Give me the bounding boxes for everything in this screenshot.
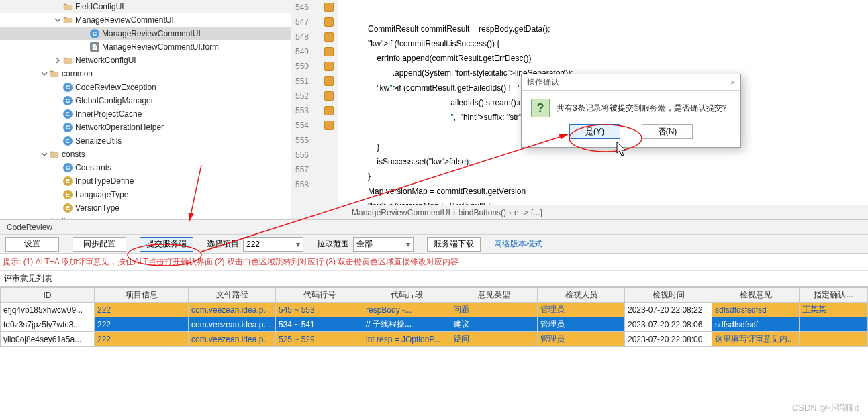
table-cell[interactable]: sdfsdfsdfsdf: [712, 317, 800, 332]
table-cell[interactable]: 管理员: [538, 317, 625, 332]
gutter-marker-icon[interactable]: [324, 76, 334, 86]
crumb-method[interactable]: bindButtons(): [459, 208, 506, 217]
gutter-line[interactable]: 547: [291, 15, 338, 30]
table-cell[interactable]: 222: [95, 317, 189, 332]
server-download-button[interactable]: 服务端下载: [427, 237, 481, 252]
table-cell[interactable]: 建议: [450, 317, 538, 332]
commit-server-button[interactable]: 提交服务端: [140, 237, 193, 252]
gutter-line[interactable]: 551: [291, 74, 338, 89]
settings-button[interactable]: 设置: [5, 237, 59, 252]
table-cell[interactable]: efjq4vb185xhwcw09...: [1, 303, 95, 317]
crumb-class[interactable]: ManageReviewCommentUI: [352, 208, 450, 217]
review-table[interactable]: ID项目信息文件路径代码行号代码片段意见类型检视人员检视时间检视意见指定确认..…: [0, 286, 868, 418]
table-header[interactable]: 项目信息: [95, 288, 189, 303]
chevron-down-icon[interactable]: [54, 16, 62, 24]
table-cell[interactable]: 2023-07-20 22:08:00: [625, 332, 712, 347]
tree-item[interactable]: EVersionType: [0, 201, 291, 215]
gutter-marker-icon[interactable]: [324, 47, 334, 56]
table-cell[interactable]: 2023-07-20 22:08:22: [625, 303, 712, 317]
gutter-line[interactable]: 550: [291, 59, 338, 74]
table-header[interactable]: 检视人员: [538, 288, 625, 303]
tree-item[interactable]: CGlobalConfigManager: [0, 94, 291, 107]
table-cell[interactable]: 525 ~ 529: [276, 332, 363, 347]
table-cell[interactable]: 疑问: [450, 332, 538, 347]
table-header[interactable]: 指定确认...: [800, 288, 868, 303]
table-cell[interactable]: 545 ~ 553: [276, 303, 363, 317]
gutter-marker-icon[interactable]: [324, 3, 334, 12]
table-cell[interactable]: sdfsdfdsfsdfsd: [712, 303, 800, 317]
chevron-down-icon[interactable]: [40, 217, 48, 219]
table-header[interactable]: ID: [1, 288, 95, 303]
gutter-line[interactable]: 556: [291, 148, 338, 162]
table-cell[interactable]: 222: [95, 303, 189, 317]
gutter-marker-icon[interactable]: [324, 17, 334, 27]
gutter-marker-icon[interactable]: [324, 32, 334, 42]
scope-dropdown[interactable]: 全部▾: [353, 237, 414, 252]
tree-item[interactable]: ELanguageType: [0, 188, 291, 201]
table-cell[interactable]: int resp = JOptionP...: [363, 332, 450, 347]
tree-item[interactable]: FieldConfigUI: [0, 0, 291, 13]
gutter-line[interactable]: 557: [291, 162, 338, 177]
table-cell[interactable]: respBody -...: [363, 303, 450, 317]
table-cell[interactable]: com.veezean.idea.p...: [189, 303, 276, 317]
tree-item[interactable]: common: [0, 67, 291, 81]
tree-item[interactable]: CCodeReviewException: [0, 81, 291, 94]
table-header[interactable]: 意见类型: [450, 288, 538, 303]
gutter-line[interactable]: 554: [291, 118, 338, 133]
tree-item[interactable]: listener: [0, 215, 291, 219]
sync-config-button[interactable]: 同步配置: [73, 237, 126, 252]
project-tree[interactable]: FieldConfigUIManageReviewCommentUICManag…: [0, 0, 291, 219]
gutter-line[interactable]: 549: [291, 44, 338, 59]
table-cell[interactable]: 这里填写评审意见内...: [712, 332, 800, 347]
table-cell[interactable]: 2023-07-20 22:08:06: [625, 317, 712, 332]
gutter-line[interactable]: 553: [291, 103, 338, 118]
table-cell[interactable]: 问题: [450, 303, 538, 317]
gutter-line[interactable]: 555: [291, 133, 338, 148]
gutter-marker-icon[interactable]: [324, 62, 334, 71]
table-cell[interactable]: yllo0oj8e4sey61a5a...: [1, 332, 95, 347]
table-cell[interactable]: // 子线程操...: [363, 317, 450, 332]
yes-button[interactable]: 是(Y): [569, 124, 620, 139]
table-cell[interactable]: 管理员: [538, 332, 625, 347]
tree-item[interactable]: CManageReviewCommentUI: [0, 27, 291, 40]
gutter-marker-icon[interactable]: [324, 91, 334, 101]
tree-item[interactable]: ManageReviewCommentUI: [0, 13, 291, 27]
table-cell[interactable]: 管理员: [538, 303, 625, 317]
tree-item[interactable]: 📄ManageReviewCommentUI.form: [0, 40, 291, 54]
gutter-line[interactable]: 548: [291, 30, 338, 44]
table-cell[interactable]: com.veezean.idea.p...: [189, 317, 276, 332]
table-cell[interactable]: [800, 332, 868, 347]
tree-item[interactable]: NetworkConfigUI: [0, 54, 291, 67]
network-mode-link[interactable]: 网络版本模式: [494, 238, 542, 250]
gutter-marker-icon[interactable]: [324, 106, 334, 115]
table-cell[interactable]: 222: [95, 332, 189, 347]
crumb-lambda[interactable]: e -> {...}: [514, 208, 542, 217]
table-cell[interactable]: td0z3s7jpz5ly7wtc3...: [1, 317, 95, 332]
select-project-dropdown[interactable]: 222▾: [243, 237, 303, 252]
table-header[interactable]: 检视意见: [712, 288, 800, 303]
table-header[interactable]: 代码片段: [363, 288, 450, 303]
chevron-down-icon[interactable]: [40, 150, 48, 158]
table-cell[interactable]: [800, 317, 868, 332]
table-row[interactable]: yllo0oj8e4sey61a5a...222com.veezean.idea…: [1, 332, 868, 347]
tree-item[interactable]: CInnerProjectCache: [0, 107, 291, 121]
table-header[interactable]: 文件路径: [189, 288, 276, 303]
tree-item[interactable]: CConstants: [0, 161, 291, 174]
table-cell[interactable]: 王某某: [800, 303, 868, 317]
table-cell[interactable]: 534 ~ 541: [276, 317, 363, 332]
tree-item[interactable]: consts: [0, 148, 291, 161]
no-button[interactable]: 否(N): [642, 124, 693, 139]
tree-item[interactable]: CNetworkOperationHelper: [0, 121, 291, 134]
gutter-line[interactable]: 546: [291, 0, 338, 15]
close-icon[interactable]: ×: [730, 78, 735, 87]
table-row[interactable]: efjq4vb185xhwcw09...222com.veezean.idea.…: [1, 303, 868, 317]
gutter-line[interactable]: 558: [291, 177, 338, 192]
gutter-marker-icon[interactable]: [324, 121, 334, 130]
tree-item[interactable]: EInputTypeDefine: [0, 174, 291, 188]
table-cell[interactable]: com.veezean.idea.p...: [189, 332, 276, 347]
breadcrumb[interactable]: ManageReviewCommentUI › bindButtons() › …: [338, 205, 868, 219]
chevron-down-icon[interactable]: [40, 70, 48, 78]
table-row[interactable]: td0z3s7jpz5ly7wtc3...222com.veezean.idea…: [1, 317, 868, 332]
chevron-right-icon[interactable]: [54, 56, 62, 64]
gutter-line[interactable]: 552: [291, 89, 338, 103]
